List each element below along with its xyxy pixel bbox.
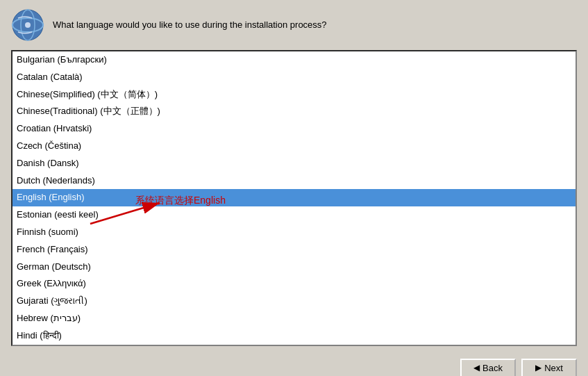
header: What language would you like to use duri… bbox=[0, 0, 588, 50]
next-button[interactable]: ▶ Next bbox=[521, 359, 577, 376]
list-item[interactable]: Chinese(Traditional) (中文（正體）) bbox=[12, 103, 576, 120]
header-title: What language would you like to use duri… bbox=[53, 19, 327, 31]
list-item[interactable]: Dutch (Nederlands) bbox=[12, 172, 576, 190]
list-item[interactable]: Hindi (हिन्दी) bbox=[12, 327, 576, 345]
list-item[interactable]: Danish (Dansk) bbox=[12, 155, 576, 172]
svg-point-3 bbox=[25, 22, 31, 28]
list-item[interactable]: Bulgarian (Български) bbox=[12, 51, 576, 69]
annotation-text: 系统语言选择English bbox=[135, 195, 226, 207]
next-icon: ▶ bbox=[535, 363, 541, 373]
footer: ◀ Back ▶ Next bbox=[0, 352, 588, 376]
list-item[interactable]: Chinese(Simplified) (中文（简体）) bbox=[12, 86, 576, 104]
list-item[interactable]: Czech (Čeština) bbox=[12, 138, 576, 155]
list-item[interactable]: Gujarati (ગુજરાતી) bbox=[12, 293, 576, 310]
installer-icon bbox=[11, 8, 44, 42]
next-label: Next bbox=[544, 363, 563, 373]
list-item[interactable]: German (Deutsch) bbox=[12, 259, 576, 276]
back-button[interactable]: ◀ Back bbox=[460, 359, 516, 376]
back-label: Back bbox=[482, 363, 503, 373]
list-item[interactable]: Croatian (Hrvatski) bbox=[12, 120, 576, 138]
back-icon: ◀ bbox=[473, 363, 480, 373]
main-content: Bulgarian (Български)Catalan (Català)Chi… bbox=[0, 50, 588, 352]
list-item[interactable]: Catalan (Català) bbox=[12, 69, 576, 86]
list-item[interactable]: Greek (Ελληνικά) bbox=[12, 275, 576, 293]
list-item[interactable]: Hebrew (עברית) bbox=[12, 310, 576, 327]
list-item[interactable]: French (Français) bbox=[12, 241, 576, 259]
